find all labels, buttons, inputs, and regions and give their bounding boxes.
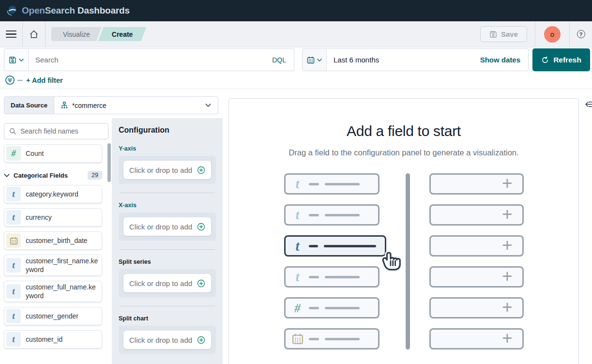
number-field-icon: # xyxy=(290,302,305,314)
top-navbar: OpenSearch Dashboards xyxy=(0,0,592,21)
home-button[interactable] xyxy=(23,21,45,47)
opensearch-logo-icon[interactable] xyxy=(6,5,17,16)
chevron-down-icon xyxy=(19,59,24,61)
field-item[interactable]: t customer_full_name.keyword xyxy=(4,281,102,302)
y-axis-add-button[interactable]: Click or drop to add xyxy=(123,161,211,179)
breadcrumb-visualize[interactable]: Visualize xyxy=(51,27,102,41)
plus-in-circle-icon xyxy=(197,223,205,231)
query-bar: DQL Last 6 months Show dates Refresh xyxy=(0,47,592,73)
plus-in-circle-icon xyxy=(197,336,205,344)
save-button-label: Save xyxy=(501,30,518,38)
x-axis-label: X-axis xyxy=(119,202,216,209)
illustration-field-chip-dragged: t xyxy=(284,235,386,257)
field-item[interactable]: t customer_id xyxy=(4,330,102,349)
field-search-box xyxy=(4,123,108,139)
empty-state-subtitle: Drag a field to the configuration panel … xyxy=(229,148,578,157)
drop-button-label: Click or drop to add xyxy=(129,336,192,344)
menu-left-icon xyxy=(584,100,592,109)
field-item[interactable]: t customer_first_name.keyword xyxy=(4,255,102,276)
plus-icon: + xyxy=(502,267,513,285)
categorical-fields-header[interactable]: Categorical Fields 29 xyxy=(4,169,102,181)
date-field-icon xyxy=(290,333,305,345)
illustration-dropzone-box: + xyxy=(429,266,524,288)
toolbar-divider xyxy=(45,21,46,47)
visualization-canvas: Add a field to start Drag a field to the… xyxy=(228,98,579,364)
plus-icon: + xyxy=(502,236,513,254)
text-field-icon: t xyxy=(6,258,21,273)
refresh-button[interactable]: Refresh xyxy=(532,48,590,71)
field-item[interactable]: t customer_gender xyxy=(4,307,102,325)
text-field-icon: t xyxy=(290,178,305,191)
illustration-divider-bar xyxy=(406,173,410,349)
save-icon xyxy=(489,30,497,38)
query-language-button[interactable]: DQL xyxy=(264,49,294,71)
help-button[interactable]: ? xyxy=(570,21,592,47)
illustration-field-chip: t xyxy=(284,173,379,195)
section-divider xyxy=(120,193,215,193)
help-icon: ? xyxy=(577,30,585,38)
text-field-icon: t xyxy=(6,187,21,201)
split-chart-add-button[interactable]: Click or drop to add xyxy=(123,331,211,349)
search-input[interactable] xyxy=(29,49,264,71)
plus-icon: + xyxy=(502,205,513,223)
number-field-icon: # xyxy=(6,146,21,161)
refresh-icon xyxy=(541,56,549,64)
section-divider xyxy=(120,249,215,250)
search-bar-group: DQL xyxy=(4,48,294,71)
field-item[interactable]: t currency xyxy=(4,208,102,227)
grab-hand-icon xyxy=(378,247,404,275)
save-button[interactable]: Save xyxy=(480,26,527,42)
illustration-field-chip: t xyxy=(284,204,379,226)
brand-open: Open xyxy=(22,5,45,15)
saved-query-menu-button[interactable] xyxy=(4,49,29,71)
date-picker-menu-button[interactable] xyxy=(303,49,327,71)
saved-query-icon xyxy=(9,56,16,64)
x-axis-add-button[interactable]: Click or drop to add xyxy=(123,217,211,236)
illustration-dropzones-column: + + + + + + xyxy=(429,173,524,349)
illustration-fields-column: t t t xyxy=(284,173,386,349)
illustration-dropzone-box: + xyxy=(429,328,524,349)
data-source-label: Data Source xyxy=(4,97,54,114)
field-item-count[interactable]: # Count xyxy=(4,144,102,163)
brand-search: Search xyxy=(45,5,75,15)
text-field-icon: t xyxy=(6,210,21,225)
empty-state-title: Add a field to start xyxy=(229,123,578,139)
illustration-dropzone-box: + xyxy=(429,173,524,195)
field-panel-scrollbar[interactable] xyxy=(107,143,111,182)
group-title: Categorical Fields xyxy=(14,172,68,179)
field-search-input[interactable] xyxy=(20,127,103,135)
y-axis-label: Y-axis xyxy=(119,145,216,152)
data-source-selector[interactable]: Data Source *commerce xyxy=(4,96,218,114)
time-range-value[interactable]: Last 6 months xyxy=(327,49,472,71)
field-item[interactable]: t category.keyword xyxy=(4,185,102,203)
field-name: category.keyword xyxy=(26,190,78,198)
field-name: currency xyxy=(26,213,52,222)
illustration-field-chip xyxy=(284,328,379,349)
text-field-icon: t xyxy=(290,271,305,284)
chevron-down-icon xyxy=(317,59,322,61)
plus-icon: + xyxy=(502,298,513,316)
collapse-panel-button[interactable] xyxy=(584,100,592,109)
avatar[interactable]: o xyxy=(544,26,561,43)
add-filter-button[interactable]: + Add filter xyxy=(26,73,63,88)
illustration-field-chip: # xyxy=(284,297,379,318)
toolbar-divider xyxy=(535,21,535,47)
menu-button[interactable] xyxy=(0,21,22,47)
drop-button-label: Click or drop to add xyxy=(129,166,192,174)
data-source-value-row: *commerce xyxy=(54,97,198,114)
field-item[interactable]: customer_birth_date xyxy=(4,231,102,250)
split-chart-label: Split chart xyxy=(119,315,216,322)
filter-icon xyxy=(5,75,15,85)
illustration-field-chip: t xyxy=(284,266,379,288)
drop-button-label: Click or drop to add xyxy=(129,279,192,288)
illustration-dropzone-box: + xyxy=(429,204,524,226)
home-icon xyxy=(29,30,39,39)
field-panel: # Count Categorical Fields 29 t category… xyxy=(0,114,112,364)
app-title: OpenSearch Dashboards xyxy=(22,5,130,16)
split-series-add-button[interactable]: Click or drop to add xyxy=(123,274,211,292)
data-source-value: *commerce xyxy=(72,102,106,109)
show-dates-button[interactable]: Show dates xyxy=(472,49,528,71)
split-chart-dropzone: Click or drop to add xyxy=(119,326,216,354)
field-name: customer_gender xyxy=(26,312,78,320)
split-series-label: Split series xyxy=(119,258,216,265)
